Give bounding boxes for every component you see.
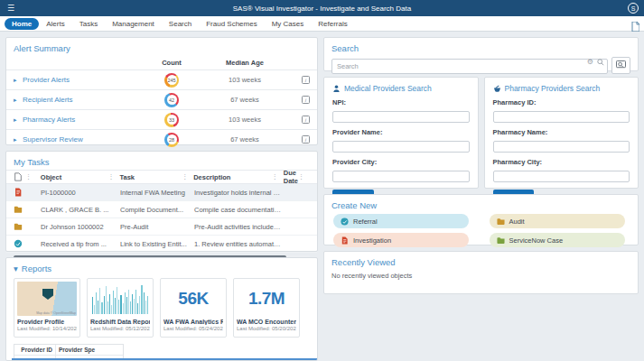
pill-label: Referral (353, 218, 378, 226)
page-content: Alert Summary Count Median Age ▸ Provide… (0, 32, 644, 361)
kpi-value: 1.7M (248, 289, 285, 309)
tab-fraud-schemes[interactable]: Fraud Schemes (199, 18, 264, 30)
tab-alerts[interactable]: Alerts (39, 18, 71, 30)
map-attribution: Map data © OpenStreetMap (36, 311, 76, 315)
search-settings-icon[interactable]: ⚙ (587, 59, 593, 66)
recently-viewed-title: Recently Viewed (324, 252, 638, 270)
median-age-value: 67 weeks (203, 135, 286, 143)
pill-label: Audit (509, 218, 525, 226)
tab-management[interactable]: Management (105, 18, 162, 30)
task-object: CLARK , GRACE B. ... (41, 206, 120, 214)
my-tasks-panel: My Tasks ⋮ Object⋮ Task⋮ Description⋮ Du… (5, 151, 318, 252)
alert-category-link[interactable]: Provider Alerts (23, 76, 140, 84)
task-description: Pre-Audit activities include, b... (194, 223, 285, 231)
report-tile-wa-mco[interactable]: 1.7M WA MCO Encounters ... Last Modified… (233, 278, 300, 338)
npi-input[interactable] (332, 111, 470, 123)
menu-icon[interactable]: ☰ (7, 5, 14, 13)
median-age-value: 67 weeks (203, 96, 286, 104)
kpi-value: 56K (178, 289, 208, 309)
column-menu-icon[interactable]: ⋮ (298, 173, 304, 180)
mini-table-header: Provider ID Provider Spe (14, 345, 123, 356)
global-search-input[interactable] (331, 59, 608, 74)
provider-name-input[interactable] (332, 141, 470, 153)
task-name: Link to Existing Entit... (120, 240, 194, 248)
tab-tasks[interactable]: Tasks (72, 18, 105, 30)
pill-label: ServiceNow Case (509, 236, 564, 245)
provider-city-input[interactable] (332, 171, 470, 182)
column-menu-icon[interactable]: ⋮ (25, 173, 32, 180)
pharmacy-id-input[interactable] (493, 111, 630, 123)
search-icon[interactable] (597, 59, 604, 66)
kpi-thumbnail: 56K (163, 282, 223, 316)
create-audit-button[interactable]: Audit (490, 214, 625, 228)
bar-chart-thumbnail (90, 282, 150, 316)
case-folder-icon (14, 205, 23, 214)
info-icon[interactable]: i (302, 96, 310, 104)
expand-icon[interactable]: ▸ (14, 136, 23, 143)
create-servicenow-button[interactable]: ServiceNow Case (490, 233, 625, 247)
left-column: Alert Summary Count Median Age ▸ Provide… (5, 37, 318, 361)
pharmacy-name-input[interactable] (493, 141, 630, 153)
info-icon[interactable]: i (302, 76, 310, 84)
medical-providers-search-panel: Medical Providers Search NPI: Provider N… (323, 77, 479, 189)
tab-my-cases[interactable]: My Cases (265, 18, 312, 30)
app-bar: ☰ SAS® Visual Investigator - Investigate… (0, 0, 644, 16)
report-tile-redshift[interactable]: Redshift Data Report Last Modified: 05/1… (87, 278, 154, 338)
tab-home[interactable]: Home (5, 18, 39, 30)
tab-search[interactable]: Search (162, 18, 199, 30)
task-row[interactable]: CLARK , GRACE B. ... Compile Document...… (6, 201, 317, 218)
alert-summary-title: Alert Summary (6, 38, 317, 56)
task-column-header: Task (120, 173, 135, 181)
tab-referrals[interactable]: Referrals (311, 18, 354, 30)
create-referral-button[interactable]: Referral (333, 214, 469, 228)
pharmacy-city-input[interactable] (493, 171, 630, 182)
medical-search-title: Medical Providers Search (344, 84, 432, 93)
task-row[interactable]: Received a tip from ... Link to Existing… (6, 236, 317, 253)
my-tasks-title: My Tasks (6, 152, 317, 170)
app-title: SAS® Visual Investigator - Investigate a… (0, 5, 644, 13)
create-investigation-button[interactable]: Investigation (333, 233, 469, 247)
report-tile-provider-profile[interactable]: Map data © OpenStreetMap Provider Profil… (14, 278, 80, 338)
info-icon[interactable]: i (302, 116, 310, 124)
alert-category-link[interactable]: Pharmacy Alerts (23, 116, 140, 124)
column-menu-icon[interactable]: ⋮ (108, 173, 115, 180)
tasks-table-header: ⋮ Object⋮ Task⋮ Description⋮ Due Date⋮ (6, 170, 317, 184)
task-name: Internal FWA Meeting (120, 189, 194, 197)
investigation-doc-icon (341, 236, 349, 245)
alert-row-recipient[interactable]: ▸ Recipient Alerts 42 67 weeks i (6, 89, 317, 109)
due-date-column-header: Due Date (284, 169, 298, 185)
mini-col-provider-specialty: Provider Spe (56, 345, 123, 355)
user-avatar[interactable]: S (628, 3, 639, 14)
expand-icon[interactable]: ▸ (14, 97, 23, 104)
advanced-search-button[interactable] (611, 57, 630, 74)
task-object: PI-1000000 (41, 189, 120, 197)
column-menu-icon[interactable]: ⋮ (272, 173, 278, 180)
task-row[interactable]: PI-1000000 Internal FWA Meeting Investig… (6, 184, 317, 201)
report-modified: Last Modified: 10/14/2020 (17, 326, 77, 331)
search-panel: Search ⚙ (323, 37, 639, 71)
info-icon[interactable]: i (302, 135, 310, 143)
alert-row-provider[interactable]: ▸ Provider Alerts 245 103 weeks i (6, 69, 317, 89)
object-column-header: Object (41, 173, 61, 181)
medical-provider-icon (332, 85, 341, 93)
right-column: Search ⚙ Medical Providers S (323, 37, 639, 361)
investigation-document-icon (14, 188, 23, 197)
alert-row-pharmacy[interactable]: ▸ Pharmacy Alerts 33 103 weeks i (6, 109, 317, 129)
description-column-header: Description (193, 173, 230, 181)
report-tile-wa-fwa[interactable]: 56K WA FWA Analytics Re... Last Modified… (160, 278, 227, 338)
object-type-column-icon (14, 172, 23, 181)
alert-category-link[interactable]: Supervisor Review (23, 135, 140, 143)
reports-panel: ▾ Reports Map data © OpenStreetMap Provi… (5, 257, 318, 361)
task-row[interactable]: Dr Johnson 1000002 Pre-Audit Pre-Audit a… (6, 218, 317, 236)
alert-category-link[interactable]: Recipient Alerts (23, 96, 140, 104)
median-age-column-header: Median Age (203, 59, 286, 67)
pharmacy-city-label: Pharmacy City: (493, 158, 630, 166)
expand-icon[interactable]: ▸ (14, 116, 23, 124)
pill-label: Investigation (353, 236, 391, 245)
column-menu-icon[interactable]: ⋮ (182, 173, 188, 180)
median-age-value: 103 weeks (203, 76, 286, 84)
servicenow-folder-icon (497, 236, 505, 245)
alert-row-supervisor[interactable]: ▸ Supervisor Review 28 67 weeks i (6, 129, 317, 149)
expand-icon[interactable]: ▸ (14, 77, 23, 84)
collapse-icon[interactable]: ▾ (14, 264, 18, 273)
